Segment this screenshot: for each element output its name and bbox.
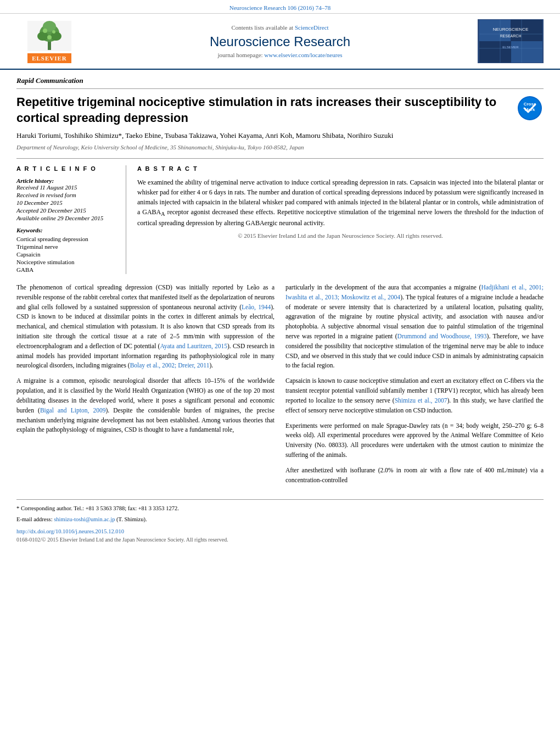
bigal-ref[interactable]: Bigal and Lipton, 2009 bbox=[40, 407, 106, 414]
abstract-col: A B S T R A C T We examined the ability … bbox=[137, 165, 544, 274]
contents-line: Contents lists available at ScienceDirec… bbox=[82, 24, 478, 31]
neuroscience-logo-icon: NEUROSCIENCE RESEARCH ELSEVIER bbox=[479, 20, 542, 63]
article-info-abstract: A R T I C L E I N F O Article history: R… bbox=[16, 158, 544, 274]
svg-rect-11 bbox=[511, 41, 542, 63]
corresponding-author: * Corresponding author. Tel.: +81 3 5363… bbox=[16, 504, 544, 513]
body-right-col: particularly in the development of the a… bbox=[285, 283, 544, 490]
page: Neuroscience Research 106 (2016) 74–78 E… bbox=[0, 0, 560, 543]
svg-point-4 bbox=[51, 32, 61, 41]
article-info-col: A R T I C L E I N F O Article history: R… bbox=[16, 165, 126, 274]
email-line: E-mail address: shimizu-toshi@umin.ac.jp… bbox=[16, 515, 544, 524]
doi-link[interactable]: http://dx.doi.org/10.1016/j.neures.2015.… bbox=[16, 528, 544, 534]
shimizu-ref[interactable]: Shimizu et al., 2007 bbox=[395, 397, 447, 404]
journal-reference: Neuroscience Research 106 (2016) 74–78 bbox=[229, 4, 331, 11]
svg-point-3 bbox=[37, 32, 48, 41]
crossmark-icon[interactable]: Cross Mark bbox=[516, 94, 544, 122]
elsevier-logo-area: ELSEVIER bbox=[16, 19, 82, 63]
issn-line: 0168-0102/© 2015 Elsevier Ireland Ltd an… bbox=[16, 537, 544, 543]
body-para-1: The phenomenon of cortical spreading dep… bbox=[16, 283, 275, 371]
body-text: The phenomenon of cortical spreading dep… bbox=[16, 283, 544, 490]
main-content: Rapid Communication Repetitive trigemina… bbox=[0, 70, 560, 543]
keyword-4: Nociceptive stimulation bbox=[16, 259, 117, 265]
hadjikhani-ref[interactable]: Hadjikhani et al., 2001; Iwashita et al.… bbox=[285, 284, 544, 300]
svg-point-6 bbox=[43, 29, 47, 33]
homepage-link[interactable]: www.elsevier.com/locate/neures bbox=[264, 52, 342, 58]
keyword-3: Capsaicin bbox=[16, 251, 117, 258]
accepted-date: Accepted 20 December 2015 bbox=[16, 207, 117, 214]
article-title: Repetitive trigeminal nociceptive stimul… bbox=[16, 94, 516, 126]
svg-text:NEUROSCIENCE: NEUROSCIENCE bbox=[492, 27, 528, 32]
copyright-line: © 2015 Elsevier Ireland Ltd and the Japa… bbox=[137, 232, 544, 239]
sciencedirect-link[interactable]: ScienceDirect bbox=[295, 24, 329, 31]
elsevier-wordmark: ELSEVIER bbox=[27, 53, 71, 63]
keyword-2: Trigeminal nerve bbox=[16, 243, 117, 250]
journal-reference-bar: Neuroscience Research 106 (2016) 74–78 bbox=[0, 0, 560, 14]
received-revised-label: Received in revised form bbox=[16, 192, 117, 198]
journal-header: ELSEVIER Contents lists available at Sci… bbox=[0, 14, 560, 70]
footnotes: * Corresponding author. Tel.: +81 3 5363… bbox=[16, 499, 544, 543]
article-info-heading: A R T I C L E I N F O bbox=[16, 165, 117, 172]
body-para-2: A migraine is a common, episodic neurolo… bbox=[16, 376, 275, 435]
drummond-ref[interactable]: Drummond and Woodhouse, 1993 bbox=[397, 333, 487, 339]
available-date: Available online 29 December 2015 bbox=[16, 215, 117, 221]
body-para-3: particularly in the development of the a… bbox=[285, 283, 544, 371]
svg-point-8 bbox=[47, 35, 52, 40]
revised-date: 10 December 2015 bbox=[16, 199, 117, 206]
leao-ref[interactable]: Leão, 1944 bbox=[242, 304, 271, 310]
body-para-4: Capsaicin is known to cause nociceptive … bbox=[285, 376, 544, 415]
right-logo-box: NEUROSCIENCE RESEARCH ELSEVIER bbox=[478, 19, 544, 63]
abstract-heading: A B S T R A C T bbox=[137, 165, 544, 172]
body-left-col: The phenomenon of cortical spreading dep… bbox=[16, 283, 275, 490]
abstract-text: We examined the ability of trigeminal ne… bbox=[137, 177, 544, 228]
bolay-ref[interactable]: Bolay et al., 2002; Dreier, 2011 bbox=[130, 362, 210, 369]
author-email[interactable]: shimizu-toshi@umin.ac.jp bbox=[54, 516, 115, 522]
body-para-5: Experiments were performed on male Sprag… bbox=[285, 421, 544, 460]
svg-point-7 bbox=[52, 30, 55, 34]
keywords-section: Keywords: Cortical spreading depression … bbox=[16, 227, 117, 273]
ayata-ref[interactable]: Ayata and Lauritzen, 2015 bbox=[160, 343, 227, 349]
homepage-line: journal homepage: www.elsevier.com/locat… bbox=[82, 52, 478, 58]
body-para-6: After anesthetized with isoflurane (2.0%… bbox=[285, 466, 544, 486]
journal-title: Neuroscience Research bbox=[82, 34, 478, 49]
received-date: Received 11 August 2015 bbox=[16, 184, 117, 191]
journal-name-area: Contents lists available at ScienceDirec… bbox=[82, 24, 478, 58]
authors-line: Haruki Toriumi, Toshihiko Shimizu*, Taek… bbox=[16, 130, 544, 142]
keyword-1: Cortical spreading depression bbox=[16, 236, 117, 242]
svg-text:RESEARCH: RESEARCH bbox=[500, 34, 521, 38]
title-area: Repetitive trigeminal nociceptive stimul… bbox=[16, 88, 544, 126]
keyword-5: GABA bbox=[16, 266, 117, 273]
affiliation-line: Department of Neurology, Keio University… bbox=[16, 144, 544, 150]
elsevier-tree-icon bbox=[27, 21, 71, 51]
article-history: Article history: Received 11 August 2015… bbox=[16, 177, 117, 221]
keywords-heading: Keywords: bbox=[16, 227, 117, 233]
article-type: Rapid Communication bbox=[16, 70, 544, 88]
